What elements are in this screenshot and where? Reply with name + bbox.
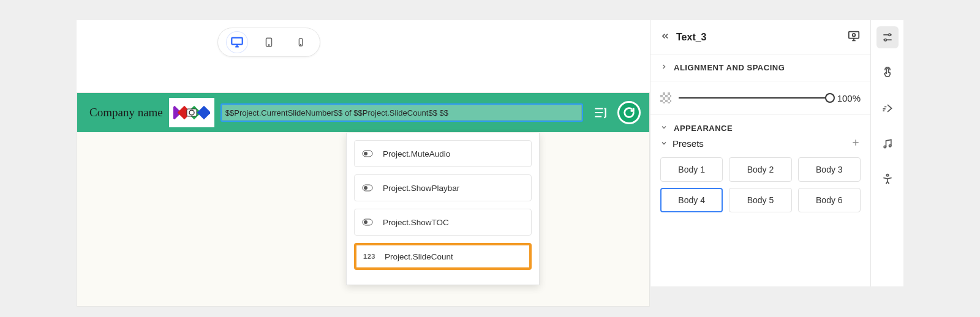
device-desktop-button[interactable]: [227, 32, 247, 53]
grammarly-badge-icon: [617, 101, 641, 124]
desktop-preview-button[interactable]: [847, 29, 861, 45]
preset-chip[interactable]: Body 4: [660, 188, 723, 212]
selected-object-title: Text_3: [676, 32, 841, 43]
autocomplete-item[interactable]: 123 Project.SlideCount: [354, 243, 532, 270]
music-note-icon: [881, 138, 894, 150]
motion-icon: [881, 102, 894, 114]
autocomplete-item-label: Project.MuteAudio: [383, 149, 450, 158]
svg-point-16: [364, 220, 368, 224]
tablet-icon: [263, 37, 274, 48]
svg-point-14: [364, 186, 368, 190]
add-preset-button[interactable]: [851, 135, 861, 151]
properties-tab-button[interactable]: [876, 26, 899, 48]
autocomplete-item[interactable]: Project.ShowPlaybar: [354, 174, 532, 201]
transparency-icon: [660, 92, 671, 103]
company-name-label: Company name: [89, 106, 163, 119]
audio-tab-button[interactable]: [876, 133, 899, 155]
autocomplete-item[interactable]: Project.ShowTOC: [354, 209, 532, 236]
presets-label: Presets: [673, 138, 704, 149]
svg-point-4: [300, 44, 301, 45]
tap-icon: [881, 67, 894, 79]
svg-point-21: [884, 146, 886, 147]
autocomplete-item-label: Project.SlideCount: [385, 252, 453, 261]
opacity-value: 100%: [837, 93, 861, 103]
svg-point-18: [853, 33, 856, 36]
preset-chip[interactable]: Body 3: [798, 157, 861, 182]
autocomplete-item-label: Project.ShowPlaybar: [383, 184, 459, 193]
number-type-icon: 123: [364, 253, 375, 260]
device-tablet-button[interactable]: [258, 32, 279, 53]
plus-icon: [851, 138, 861, 147]
toggle-type-icon: [362, 150, 373, 157]
toc-icon: [592, 105, 608, 121]
section-alignment-spacing[interactable]: Alignment and spacing: [650, 54, 870, 81]
opacity-control: 100%: [650, 81, 870, 115]
toggle-type-icon: [362, 184, 373, 192]
svg-point-2: [268, 45, 270, 46]
opacity-slider[interactable]: [679, 97, 830, 99]
svg-rect-17: [849, 31, 859, 38]
svg-point-19: [888, 34, 890, 35]
device-mobile-button[interactable]: [290, 32, 311, 53]
desktop-icon: [230, 35, 244, 49]
autocomplete-item-label: Project.ShowTOC: [383, 218, 449, 227]
variable-expression-input[interactable]: [221, 103, 583, 122]
section-label: Appearance: [674, 124, 733, 133]
chevron-down-icon: [660, 124, 668, 133]
section-appearance[interactable]: Appearance: [650, 115, 870, 135]
inspector-panel: Text_3 Alignment and spacing 100%: [650, 20, 870, 286]
preset-chip[interactable]: Body 2: [729, 157, 791, 182]
autocomplete-item[interactable]: Project.MuteAudio: [354, 140, 532, 167]
logo-diamonds-icon: [173, 102, 210, 124]
desktop-view-icon: [847, 29, 861, 43]
chevron-double-left-icon: [660, 31, 670, 41]
animation-tab-button[interactable]: [876, 97, 899, 119]
svg-point-23: [886, 174, 888, 176]
slider-thumb[interactable]: [825, 93, 835, 103]
svg-point-20: [884, 39, 886, 41]
chevron-down-icon: [660, 140, 668, 147]
slide-header-bar: Company name: [77, 93, 649, 132]
canvas-area: Company name: [77, 20, 650, 286]
svg-point-22: [889, 145, 891, 147]
chevron-right-icon: [660, 63, 668, 72]
toggle-type-icon: [362, 218, 373, 226]
presets-grid: Body 1 Body 2 Body 3 Body 4 Body 5 Body …: [650, 157, 870, 222]
tool-rail: [870, 20, 903, 286]
device-switcher: [217, 28, 320, 57]
sliders-icon: [881, 31, 894, 43]
collapse-panel-button[interactable]: [660, 31, 670, 43]
slide-stage[interactable]: Company name: [77, 92, 650, 307]
preset-chip[interactable]: Body 1: [660, 157, 723, 182]
svg-point-12: [364, 152, 368, 155]
accessibility-icon: [881, 173, 894, 185]
variable-autocomplete-dropdown: Project.MuteAudio Project.ShowPlaybar Pr…: [346, 133, 540, 285]
preset-chip[interactable]: Body 5: [729, 188, 791, 212]
presets-header[interactable]: Presets: [650, 135, 870, 157]
svg-rect-0: [232, 38, 242, 45]
company-logo: [169, 98, 214, 127]
mobile-icon: [296, 37, 306, 47]
svg-rect-8: [197, 106, 209, 120]
inspector-header: Text_3: [650, 20, 870, 54]
toc-button[interactable]: [589, 102, 611, 124]
accessibility-tab-button[interactable]: [876, 168, 899, 190]
preset-chip[interactable]: Body 6: [798, 188, 861, 212]
interactions-tab-button[interactable]: [876, 62, 899, 84]
section-label: Alignment and spacing: [674, 63, 785, 72]
